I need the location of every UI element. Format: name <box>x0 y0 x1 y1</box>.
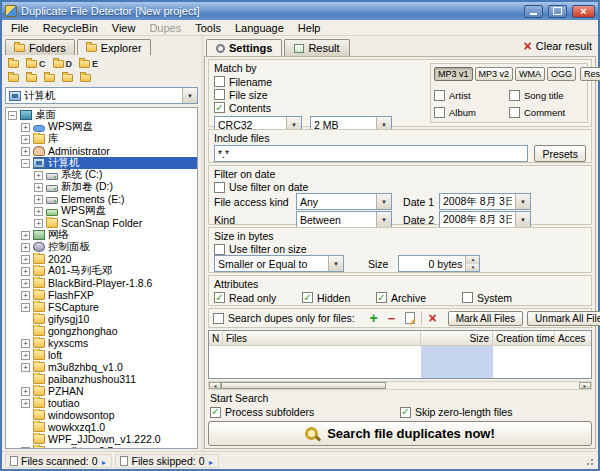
tree-expander-icon[interactable] <box>21 339 30 348</box>
calendar-dropdown-icon[interactable] <box>515 194 530 209</box>
tree-expander-icon[interactable] <box>21 123 30 132</box>
maximize-button[interactable] <box>548 5 567 18</box>
tree-item[interactable]: FlashFXP <box>6 289 197 301</box>
kind-combo[interactable]: Between <box>296 211 392 228</box>
mp3v1-button[interactable]: MP3 v1 <box>434 67 473 81</box>
folder-shortcut-button[interactable] <box>6 72 21 84</box>
archive-checkbox-row[interactable]: Archive <box>376 291 462 304</box>
folder-tree[interactable]: 桌面WPS网盘库Administrator计算机系统 (C:)新加卷 (D:)E… <box>5 107 198 449</box>
album-checkbox[interactable] <box>434 107 445 118</box>
remove-file-button[interactable] <box>385 311 399 325</box>
system-checkbox[interactable] <box>462 292 473 303</box>
mp3v2-button[interactable]: MP3 v2 <box>475 67 514 81</box>
tree-expander-icon[interactable] <box>34 195 43 204</box>
spin-up-icon[interactable] <box>466 256 479 264</box>
column-header-size[interactable]: Size <box>421 331 493 345</box>
tree-item[interactable]: paibanzhushou311 <box>6 373 197 385</box>
folder-shortcut-button[interactable] <box>60 72 75 84</box>
chevron-down-icon[interactable] <box>182 88 197 103</box>
scroll-left-icon[interactable] <box>209 382 221 389</box>
readonly-checkbox-row[interactable]: Read only <box>214 291 302 304</box>
tree-item[interactable]: windowsontop <box>6 409 197 421</box>
ogg-button[interactable]: OGG <box>547 67 576 81</box>
title-bar[interactable]: Duplicate File Detector [New project] <box>2 2 598 20</box>
date2-picker[interactable]: 2008年 8月 3日 <box>439 211 531 228</box>
tree-expander-icon[interactable] <box>21 231 30 240</box>
menu-help[interactable]: Help <box>291 20 328 35</box>
tree-expander-icon[interactable] <box>21 147 30 156</box>
tree-item[interactable]: 计算机 <box>6 157 197 169</box>
tree-item[interactable]: gifysgj10 <box>6 313 197 325</box>
drive-c-button[interactable]: C <box>24 58 48 70</box>
tree-item[interactable]: 控制面板 <box>6 241 197 253</box>
tree-expander-icon[interactable] <box>21 291 30 300</box>
tree-expander-icon[interactable] <box>21 279 30 288</box>
drive-e-button[interactable]: E <box>77 58 100 70</box>
tree-item[interactable]: Elements (E:) <box>6 193 197 205</box>
skip-zero-row[interactable]: Skip zero-length files <box>400 406 512 419</box>
tree-expander-icon[interactable] <box>8 111 17 120</box>
tree-expander-icon[interactable] <box>21 399 30 408</box>
tree-expander-icon[interactable] <box>34 207 43 216</box>
use-size-filter-row[interactable]: Use filter on size <box>214 243 586 255</box>
tree-expander-icon[interactable] <box>21 447 30 450</box>
menu-language[interactable]: Language <box>228 20 291 35</box>
tree-item[interactable]: 2020 <box>6 253 197 265</box>
tree-item[interactable]: 新加卷 (D:) <box>6 181 197 193</box>
tree-expander-icon[interactable] <box>21 159 30 168</box>
tree-item[interactable]: PZHAN <box>6 385 197 397</box>
tree-expander-icon[interactable] <box>21 267 30 276</box>
artist-checkbox-row[interactable]: Artist <box>434 89 509 101</box>
drive-d-button[interactable]: D <box>51 58 75 70</box>
up-folder-button[interactable] <box>6 58 21 70</box>
horizontal-scrollbar[interactable] <box>208 381 592 390</box>
spin-down-icon[interactable] <box>466 264 479 272</box>
folder-shortcut-button[interactable] <box>42 72 57 84</box>
reset-button[interactable]: Reset <box>580 67 600 81</box>
readonly-checkbox[interactable] <box>214 292 225 303</box>
hidden-checkbox-row[interactable]: Hidden <box>302 291 376 304</box>
tree-item[interactable]: WPS网盘 <box>6 205 197 217</box>
menu-dupes[interactable]: Dupes <box>142 20 188 35</box>
calendar-dropdown-icon[interactable] <box>515 212 530 227</box>
album-checkbox-row[interactable]: Album <box>434 106 509 118</box>
use-size-filter-checkbox[interactable] <box>214 244 225 255</box>
column-header-access[interactable]: Acces <box>555 331 591 345</box>
tree-expander-icon[interactable] <box>21 243 30 252</box>
tree-item[interactable]: A01-马列毛邓 <box>6 265 197 277</box>
menu-view[interactable]: View <box>105 20 143 35</box>
tree-item[interactable]: 系统 (C:) <box>6 169 197 181</box>
column-header-creation-time[interactable]: Creation time <box>493 331 555 345</box>
tree-item[interactable]: FSCapture <box>6 301 197 313</box>
tree-item[interactable]: 桌面 <box>6 109 197 121</box>
tree-item[interactable]: m3u8zhbq_v1.0 <box>6 361 197 373</box>
tree-expander-icon[interactable] <box>21 363 30 372</box>
tree-expander-icon[interactable] <box>21 351 30 360</box>
process-subfolders-row[interactable]: Process subfolders <box>210 406 314 419</box>
scroll-right-icon[interactable] <box>579 382 591 389</box>
close-button[interactable] <box>572 5 595 18</box>
use-date-filter-checkbox[interactable] <box>214 182 225 193</box>
size-spinner[interactable]: 0 bytes <box>398 255 480 272</box>
skip-zero-checkbox[interactable] <box>400 407 411 418</box>
tree-item[interactable]: ScanSnap Folder <box>6 217 197 229</box>
search-duplicates-button[interactable]: Search file duplicates now! <box>208 421 592 446</box>
tree-item[interactable]: loft <box>6 349 197 361</box>
hidden-checkbox[interactable] <box>302 292 313 303</box>
files-table[interactable]: N Files Size Creation time Acces <box>208 330 592 379</box>
comment-checkbox-row[interactable]: Comment <box>509 106 584 118</box>
clear-result-button[interactable]: Clear result <box>524 38 592 54</box>
wma-button[interactable]: WMA <box>515 67 545 81</box>
access-kind-combo[interactable]: Any <box>296 193 392 210</box>
tree-item[interactable]: wzgxjktx_v2.5 <box>6 445 197 449</box>
filename-checkbox[interactable] <box>214 76 225 87</box>
include-pattern-input[interactable] <box>214 145 528 162</box>
dupes-only-checkbox-row[interactable]: Search dupes only for files: <box>213 312 355 325</box>
tab-settings[interactable]: Settings <box>206 39 282 56</box>
song-title-checkbox[interactable] <box>509 90 520 101</box>
tree-expander-icon[interactable] <box>34 219 43 228</box>
tree-expander-icon[interactable] <box>34 171 43 180</box>
size-compare-combo[interactable]: Smaller or Equal to <box>214 255 344 272</box>
tree-item[interactable]: BlackBird-Player-1.8.6 <box>6 277 197 289</box>
tree-item[interactable]: Administrator <box>6 145 197 157</box>
